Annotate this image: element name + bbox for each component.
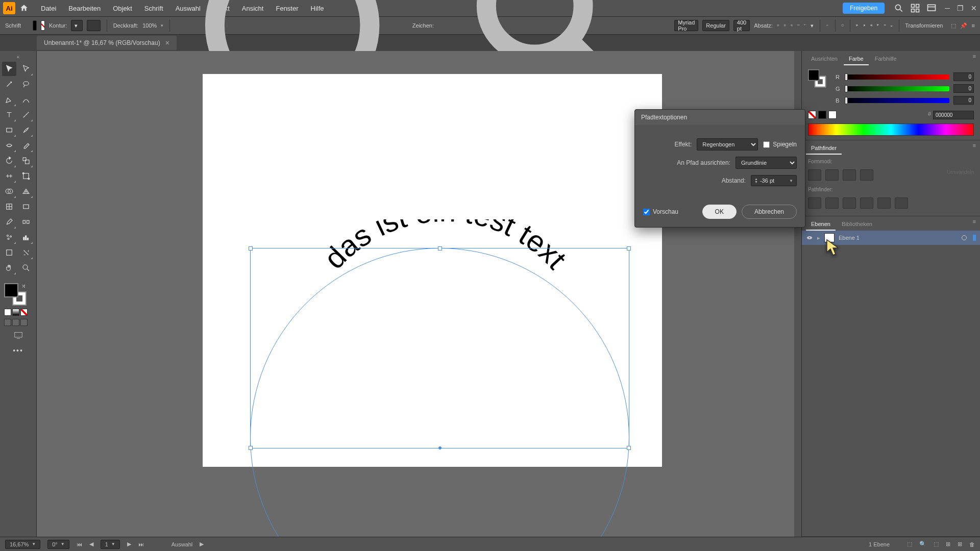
fill-stroke-control[interactable]: ⤭ xyxy=(4,283,27,306)
layer-target-icon[interactable] xyxy=(962,235,967,240)
fill-color-swatch[interactable] xyxy=(4,283,18,297)
black-swatch[interactable] xyxy=(818,111,826,119)
lasso-tool[interactable] xyxy=(19,77,33,91)
selection-handle[interactable] xyxy=(627,446,631,450)
edit-toolbar-button[interactable]: ••• xyxy=(4,346,32,355)
scale-tool[interactable] xyxy=(19,154,33,168)
layers-panel-icon-2[interactable]: 🔍 xyxy=(919,541,926,547)
align-left-button[interactable] xyxy=(777,20,779,31)
stroke-weight-dropdown[interactable]: ▾ xyxy=(71,20,83,31)
ok-button[interactable]: OK xyxy=(702,205,737,219)
rectangle-tool[interactable] xyxy=(2,123,16,137)
menu-datei[interactable]: Datei xyxy=(35,5,62,12)
align-dropdown[interactable]: Grundlinie xyxy=(736,157,797,169)
align-obj-5[interactable] xyxy=(884,20,886,31)
shaper-tool[interactable] xyxy=(2,138,16,153)
cancel-button[interactable]: Abbrechen xyxy=(742,205,797,219)
intersect-button[interactable] xyxy=(843,169,856,181)
arrange-documents-icon[interactable] xyxy=(910,3,920,13)
unite-button[interactable] xyxy=(808,169,821,181)
effekt-dropdown[interactable]: Regenbogen xyxy=(697,138,758,151)
text-options-button[interactable]: ▾ xyxy=(811,20,814,31)
color-mode-gradient[interactable] xyxy=(12,309,19,316)
transform-label[interactable]: Transformieren xyxy=(905,22,943,29)
align-center-button[interactable] xyxy=(783,20,786,31)
align-obj-2[interactable] xyxy=(863,20,866,31)
app-logo[interactable]: Ai xyxy=(3,2,15,14)
menu-objekt[interactable]: Objekt xyxy=(107,5,138,12)
align-right-button[interactable] xyxy=(790,20,793,31)
artboard-number[interactable]: 1▼ xyxy=(101,540,120,549)
document-tab[interactable]: Unbenannt-1* @ 16,67 % (RGB/Vorschau) × xyxy=(37,36,177,50)
curvature-tool[interactable] xyxy=(19,92,33,107)
bullet-list-button[interactable] xyxy=(797,20,800,31)
draw-normal-icon[interactable] xyxy=(4,319,11,326)
merge-button[interactable] xyxy=(843,197,856,209)
rotation-field[interactable]: 0°▼ xyxy=(47,540,69,549)
minus-front-button[interactable] xyxy=(825,169,839,181)
tab-farbhilfe[interactable]: Farbhilfe xyxy=(870,53,902,65)
perspective-grid-tool[interactable] xyxy=(19,184,33,198)
pin-icon[interactable]: 📌 xyxy=(960,20,967,31)
outline-button[interactable] xyxy=(877,197,891,209)
layers-panel-icon-1[interactable]: ⬚ xyxy=(907,541,912,547)
menu-bearbeiten[interactable]: Bearbeiten xyxy=(62,5,107,12)
color-mode-solid[interactable] xyxy=(4,309,11,316)
toolbox-collapse[interactable]: « xyxy=(2,54,34,60)
zoom-level[interactable]: 16,67%▼ xyxy=(5,540,40,549)
mesh-tool[interactable] xyxy=(2,199,16,214)
numbered-list-button[interactable]: 1 xyxy=(804,20,806,31)
abstand-input[interactable]: ▲▼ ▼ xyxy=(751,175,797,186)
selection-handle[interactable] xyxy=(249,446,253,450)
align-obj-4[interactable] xyxy=(876,20,879,31)
selection-handle[interactable] xyxy=(438,246,442,251)
layer-row[interactable]: ▸ Ebene 1 xyxy=(802,231,980,245)
fill-swatch[interactable] xyxy=(33,20,37,31)
selection-handle[interactable] xyxy=(627,246,631,251)
expand-layer-icon[interactable]: ▸ xyxy=(817,235,820,241)
shape-builder-tool[interactable] xyxy=(2,184,16,198)
slice-tool[interactable] xyxy=(19,245,33,260)
font-style-dropdown[interactable]: Regular xyxy=(702,20,729,31)
r-slider[interactable] xyxy=(845,74,949,80)
align-obj-1[interactable] xyxy=(856,20,859,31)
hand-tool[interactable] xyxy=(2,261,16,275)
gradient-tool[interactable] xyxy=(19,199,33,214)
artboard-nav-first[interactable]: ⏮ xyxy=(77,541,82,547)
visibility-icon[interactable] xyxy=(806,234,813,241)
workspace-icon[interactable] xyxy=(926,3,937,13)
zoom-tool[interactable] xyxy=(19,261,33,275)
g-input[interactable] xyxy=(953,84,974,93)
layer-name[interactable]: Ebene 1 xyxy=(839,235,860,241)
warp-icon[interactable] xyxy=(826,20,828,31)
eraser-tool[interactable] xyxy=(19,138,33,153)
divide-button[interactable] xyxy=(808,197,821,209)
close-tab-icon[interactable]: × xyxy=(165,39,169,47)
selection-handle[interactable] xyxy=(249,246,253,251)
spiegeln-checkbox[interactable] xyxy=(763,141,770,148)
crop-button[interactable] xyxy=(860,197,873,209)
hex-input[interactable] xyxy=(933,111,974,119)
align-obj-6[interactable] xyxy=(890,20,893,31)
panel-menu-icon[interactable]: ≡ xyxy=(973,142,976,155)
tab-ebenen[interactable]: Ebenen xyxy=(806,218,836,231)
vorschau-checkbox[interactable] xyxy=(643,209,650,215)
exclude-button[interactable] xyxy=(860,169,873,181)
close-button[interactable]: ✕ xyxy=(971,4,977,12)
align-obj-3[interactable] xyxy=(870,20,872,31)
new-sublayer-icon[interactable]: ⊞ xyxy=(946,541,950,547)
trim-button[interactable] xyxy=(825,197,839,209)
stroke-swatch[interactable] xyxy=(41,20,45,31)
pen-tool[interactable] xyxy=(2,92,16,107)
layers-panel-icon-3[interactable]: ⬚ xyxy=(934,541,939,547)
artboard-nav-last[interactable]: ⏭ xyxy=(138,541,144,547)
share-button[interactable]: Freigeben xyxy=(843,3,885,14)
delete-layer-icon[interactable]: 🗑 xyxy=(969,541,975,547)
selection-tool[interactable] xyxy=(2,62,16,76)
align-to-selection-icon[interactable] xyxy=(841,20,844,31)
tab-farbe[interactable]: Farbe xyxy=(844,53,869,65)
direct-selection-tool[interactable] xyxy=(19,62,33,76)
minimize-button[interactable]: ─ xyxy=(945,4,950,12)
tab-pathfinder[interactable]: Pathfinder xyxy=(806,142,842,155)
status-nav[interactable]: ▶ xyxy=(200,541,204,547)
